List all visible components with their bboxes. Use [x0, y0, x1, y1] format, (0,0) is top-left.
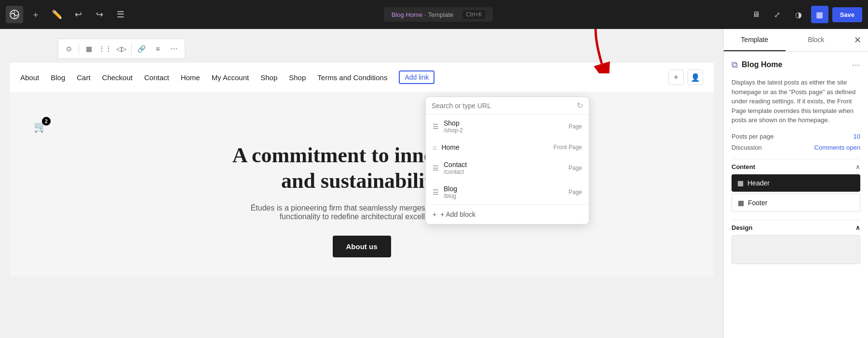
- nav-item-contact[interactable]: Contact: [144, 73, 169, 82]
- fullscreen-button[interactable]: ⤢: [769, 6, 786, 23]
- design-chevron-icon[interactable]: ∧: [855, 224, 860, 231]
- title-dot: ·: [424, 11, 426, 18]
- meta-posts-per-page: Posts per page 10: [732, 133, 860, 140]
- meta-discussion: Discussion Comments open: [732, 144, 860, 151]
- redo-button[interactable]: ↪: [91, 6, 108, 23]
- bt-divider-2: [131, 43, 132, 55]
- discussion-label: Discussion: [732, 144, 762, 151]
- panel-tabs: Template Block ✕: [724, 29, 868, 52]
- sidebar-toggle-button[interactable]: ▦: [811, 6, 828, 23]
- item-shop-url: /shop-2: [444, 127, 564, 134]
- discussion-value[interactable]: Comments open: [814, 144, 860, 151]
- nav-item-my-account[interactable]: My Account: [212, 73, 249, 82]
- bt-list-button[interactable]: ≡: [150, 41, 165, 56]
- content-item-header[interactable]: ▦ Header: [732, 174, 860, 192]
- dropdown-item-contact[interactable]: ☰ Contact /contact Page: [426, 156, 589, 180]
- item-contact-title: Contact: [444, 161, 564, 169]
- block-name-label: Blog Home: [742, 60, 848, 69]
- search-refresh-icon: ↻: [577, 101, 583, 110]
- bt-drag-button[interactable]: ⋮⋮: [97, 41, 113, 56]
- bt-more-button[interactable]: ⋯: [166, 41, 182, 56]
- nav-actions: + 👤: [668, 70, 703, 85]
- tab-block[interactable]: Block: [786, 29, 847, 51]
- dropdown-scroll: ☰ Shop /shop-2 Page ⌂ Home: [426, 114, 589, 204]
- block-menu-button[interactable]: ⋯: [852, 59, 860, 70]
- design-preview: [732, 235, 860, 264]
- item-contact-info: Contact /contact: [444, 161, 564, 175]
- add-block-label: + Add block: [440, 211, 475, 218]
- bt-link-button[interactable]: 🔗: [134, 41, 149, 56]
- panel-content: ⧉ Blog Home ⋯ Displays the latest posts …: [724, 52, 868, 272]
- design-section-label: Design: [732, 224, 752, 231]
- toolbar-left: ＋ ✏️ ↩ ↪ ☰: [6, 6, 129, 23]
- item-blog-title: Blog: [444, 185, 564, 193]
- nav-item-shop-2[interactable]: Shop: [289, 73, 306, 82]
- cart-icon[interactable]: 🛒 2: [34, 121, 47, 133]
- posts-per-page-value[interactable]: 10: [854, 133, 860, 140]
- nav-item-about[interactable]: About: [20, 73, 39, 82]
- list-view-button[interactable]: ☰: [112, 6, 129, 23]
- search-input[interactable]: [432, 102, 573, 110]
- dropdown-item-shop[interactable]: ☰ Shop /shop-2 Page: [426, 114, 589, 139]
- item-blog-type: Page: [569, 189, 582, 196]
- desktop-view-button[interactable]: 🖥: [747, 6, 765, 23]
- bt-grid-button[interactable]: ▦: [81, 41, 96, 56]
- nav-add-button[interactable]: +: [668, 70, 684, 85]
- content-chevron-icon[interactable]: ∧: [855, 163, 860, 170]
- header-block-icon: ▦: [737, 179, 744, 187]
- nav-items: About Blog Cart Checkout Contact Home My…: [20, 70, 434, 84]
- nav-item-home[interactable]: Home: [181, 73, 200, 82]
- nav-item-terms[interactable]: Terms and Conditions: [317, 73, 387, 82]
- add-link-button[interactable]: Add link: [399, 70, 434, 84]
- add-block-button[interactable]: ＋: [27, 6, 44, 23]
- save-button[interactable]: Save: [832, 7, 862, 22]
- bt-divider-1: [79, 43, 79, 55]
- toolbar-right: 🖥 ⤢ ◑ ▦ Save: [747, 6, 862, 23]
- block-type-icon: ⧉: [732, 60, 738, 70]
- search-box: ↻: [426, 97, 589, 114]
- item-home-type: Front Page: [554, 144, 582, 151]
- template-label: Template: [428, 11, 454, 18]
- content-section-label: Content: [732, 163, 755, 170]
- edit-button[interactable]: ✏️: [48, 6, 66, 23]
- nav-block: About Blog Cart Checkout Contact Home My…: [10, 63, 714, 92]
- cart-badge: 2: [42, 117, 51, 126]
- link-dropdown: ↻ ☰ Shop /shop-2 Page ⌂: [425, 97, 589, 225]
- panel-close-button[interactable]: ✕: [849, 31, 866, 49]
- wp-logo[interactable]: [6, 6, 23, 23]
- header-block-label: Header: [747, 179, 770, 187]
- item-blog-icon: ☰: [433, 188, 439, 196]
- canvas: ⊙ ▦ ⋮⋮ ◁▷ 🔗 ≡ ⋯ About Blog Cart Checkout…: [0, 29, 723, 338]
- nav-item-shop-1[interactable]: Shop: [260, 73, 277, 82]
- footer-block-icon: ▦: [738, 199, 744, 207]
- item-contact-type: Page: [569, 165, 582, 171]
- add-block-row[interactable]: + + Add block: [426, 204, 589, 224]
- item-home-title: Home: [441, 143, 548, 151]
- posts-per-page-label: Posts per page: [732, 133, 773, 140]
- template-info[interactable]: Blog Home · Template Ctrl+K: [384, 7, 493, 22]
- shortcut-hint: Ctrl+K: [463, 10, 485, 19]
- template-title: Blog Home: [392, 11, 422, 18]
- main-layout: ⊙ ▦ ⋮⋮ ◁▷ 🔗 ≡ ⋯ About Blog Cart Checkout…: [0, 29, 868, 338]
- canvas-inner: ⊙ ▦ ⋮⋮ ◁▷ 🔗 ≡ ⋯ About Blog Cart Checkout…: [0, 29, 723, 286]
- dropdown-item-blog[interactable]: ☰ Blog /blog Page: [426, 180, 589, 204]
- item-home-info: Home: [441, 143, 548, 151]
- add-block-plus-icon: +: [433, 211, 436, 218]
- item-blog-info: Blog /blog: [444, 185, 564, 199]
- about-us-button[interactable]: About us: [333, 236, 391, 257]
- nav-item-checkout[interactable]: Checkout: [102, 73, 133, 82]
- bt-arrows-button[interactable]: ◁▷: [114, 41, 129, 56]
- bt-transform-button[interactable]: ⊙: [61, 41, 77, 56]
- contrast-button[interactable]: ◑: [790, 6, 807, 23]
- nav-item-blog[interactable]: Blog: [51, 73, 65, 82]
- content-section-header: Content ∧: [732, 159, 860, 170]
- item-shop-info: Shop /shop-2: [444, 119, 564, 134]
- tab-template[interactable]: Template: [724, 29, 786, 51]
- item-home-icon: ⌂: [433, 143, 436, 151]
- design-section-header: Design ∧: [732, 220, 860, 231]
- nav-item-cart[interactable]: Cart: [77, 73, 90, 82]
- nav-user-button[interactable]: 👤: [688, 70, 703, 85]
- content-item-footer[interactable]: ▦ Footer: [732, 194, 860, 212]
- undo-button[interactable]: ↩: [69, 6, 87, 23]
- dropdown-item-home[interactable]: ⌂ Home Front Page: [426, 139, 589, 156]
